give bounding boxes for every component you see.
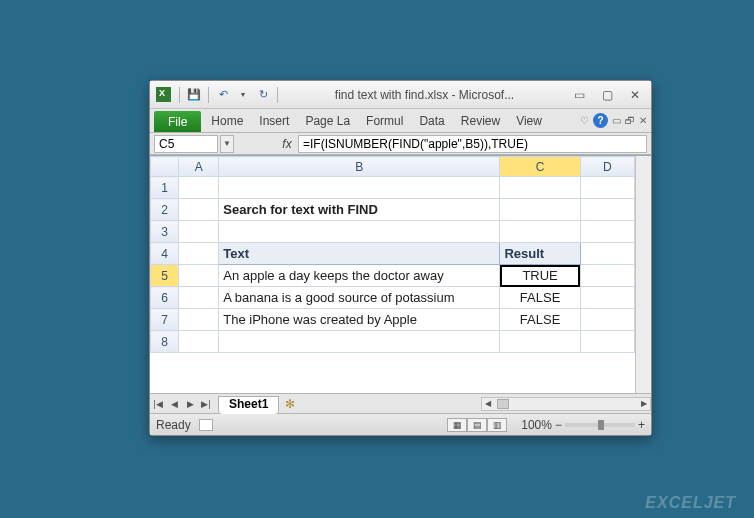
vertical-scrollbar[interactable] [635,156,651,393]
ribbon-tabs: File Home Insert Page La Formul Data Rev… [150,109,651,133]
cell-B6[interactable]: A banana is a good source of potassium [219,287,500,309]
cell-D8[interactable] [580,331,634,353]
cell-B3[interactable] [219,221,500,243]
cell-C6[interactable]: FALSE [500,287,580,309]
ribbon-expand-icon[interactable]: ♡ [580,115,589,126]
sheet-nav-next-icon[interactable]: ▶ [182,399,198,409]
formula-bar[interactable]: =IF(ISNUMBER(FIND("apple",B5)),TRUE) [298,135,647,153]
zoom-level[interactable]: 100% [521,418,552,432]
cell-C7[interactable]: FALSE [500,309,580,331]
cell-C2[interactable] [500,199,580,221]
separator [277,87,278,103]
cell-C5[interactable]: TRUE [500,265,580,287]
cell-D5[interactable] [580,265,634,287]
cell-C8[interactable] [500,331,580,353]
sheet-tab-bar: |◀ ◀ ▶ ▶| Sheet1 ✻ ◀ ▶ [150,393,651,413]
zoom-in-icon[interactable]: + [638,418,645,432]
macro-record-icon[interactable] [199,419,213,431]
col-header-C[interactable]: C [500,157,580,177]
cell-B2[interactable]: Search for text with FIND [219,199,500,221]
zoom-out-icon[interactable]: − [555,418,562,432]
col-header-B[interactable]: B [219,157,500,177]
worksheet-area: A B C D 1 2 [150,155,651,393]
cell-C4[interactable]: Result [500,243,580,265]
separator [208,87,209,103]
tab-insert[interactable]: Insert [251,109,297,132]
row-header-2[interactable]: 2 [151,199,179,221]
cell-B1[interactable] [219,177,500,199]
cell-B5[interactable]: An apple a day keeps the doctor away [219,265,500,287]
window-controls: ▭ ▢ ✕ [569,88,645,102]
view-page-break-icon[interactable]: ▥ [487,418,507,432]
cell-A7[interactable] [179,309,219,331]
row-header-5[interactable]: 5 [151,265,179,287]
help-icon[interactable]: ? [593,113,608,128]
cell-C3[interactable] [500,221,580,243]
save-icon[interactable]: 💾 [186,87,202,103]
view-page-layout-icon[interactable]: ▤ [467,418,487,432]
minimize-button[interactable]: ▭ [569,88,589,102]
close-button[interactable]: ✕ [625,88,645,102]
cell-A3[interactable] [179,221,219,243]
redo-icon[interactable]: ↻ [255,87,271,103]
new-sheet-icon[interactable]: ✻ [285,397,305,411]
window-title: find text with find.xlsx - Microsof... [284,88,565,102]
col-header-D[interactable]: D [580,157,634,177]
name-box-dropdown-icon[interactable]: ▼ [220,135,234,153]
sheet-nav-first-icon[interactable]: |◀ [150,399,166,409]
tab-data[interactable]: Data [411,109,452,132]
undo-icon[interactable]: ↶ [215,87,231,103]
horizontal-scrollbar[interactable]: ◀ ▶ [481,397,651,411]
cell-B4[interactable]: Text [219,243,500,265]
tab-file[interactable]: File [154,111,201,132]
worksheet-grid[interactable]: A B C D 1 2 [150,156,635,353]
tab-page-layout[interactable]: Page La [297,109,358,132]
app-window: 💾 ↶ ▼ ↻ find text with find.xlsx - Micro… [149,80,652,436]
maximize-button[interactable]: ▢ [597,88,617,102]
ribbon-close-icon[interactable]: ✕ [639,115,647,126]
cell-B8[interactable] [219,331,500,353]
status-bar: Ready ▦ ▤ ▥ 100% − + [150,413,651,435]
cell-D3[interactable] [580,221,634,243]
row-header-6[interactable]: 6 [151,287,179,309]
cell-A8[interactable] [179,331,219,353]
sheet-nav-prev-icon[interactable]: ◀ [166,399,182,409]
cell-D7[interactable] [580,309,634,331]
view-normal-icon[interactable]: ▦ [447,418,467,432]
undo-dropdown-icon[interactable]: ▼ [235,87,251,103]
row-header-7[interactable]: 7 [151,309,179,331]
cell-A4[interactable] [179,243,219,265]
formula-bar-row: C5 ▼ fx =IF(ISNUMBER(FIND("apple",B5)),T… [150,133,651,155]
row-header-1[interactable]: 1 [151,177,179,199]
fx-icon[interactable]: fx [278,137,296,151]
tab-formulas[interactable]: Formul [358,109,411,132]
name-box[interactable]: C5 [154,135,218,153]
sheet-tab-sheet1[interactable]: Sheet1 [218,396,279,414]
cell-D2[interactable] [580,199,634,221]
cell-C1[interactable] [500,177,580,199]
cell-D1[interactable] [580,177,634,199]
sheet-nav-last-icon[interactable]: ▶| [198,399,214,409]
status-text: Ready [156,418,191,432]
ribbon-min-icon[interactable]: ▭ [612,115,621,126]
cell-A1[interactable] [179,177,219,199]
cell-A6[interactable] [179,287,219,309]
separator [179,87,180,103]
cell-D6[interactable] [580,287,634,309]
tab-view[interactable]: View [508,109,550,132]
zoom-slider[interactable] [565,423,635,427]
tab-review[interactable]: Review [453,109,508,132]
row-header-8[interactable]: 8 [151,331,179,353]
cell-B7[interactable]: The iPhone was created by Apple [219,309,500,331]
titlebar: 💾 ↶ ▼ ↻ find text with find.xlsx - Micro… [150,81,651,109]
cell-A5[interactable] [179,265,219,287]
cell-D4[interactable] [580,243,634,265]
row-header-4[interactable]: 4 [151,243,179,265]
cell-A2[interactable] [179,199,219,221]
excel-logo-icon [156,87,171,102]
col-header-A[interactable]: A [179,157,219,177]
tab-home[interactable]: Home [203,109,251,132]
row-header-3[interactable]: 3 [151,221,179,243]
select-all-corner[interactable] [151,157,179,177]
ribbon-restore-icon[interactable]: 🗗 [625,115,635,126]
